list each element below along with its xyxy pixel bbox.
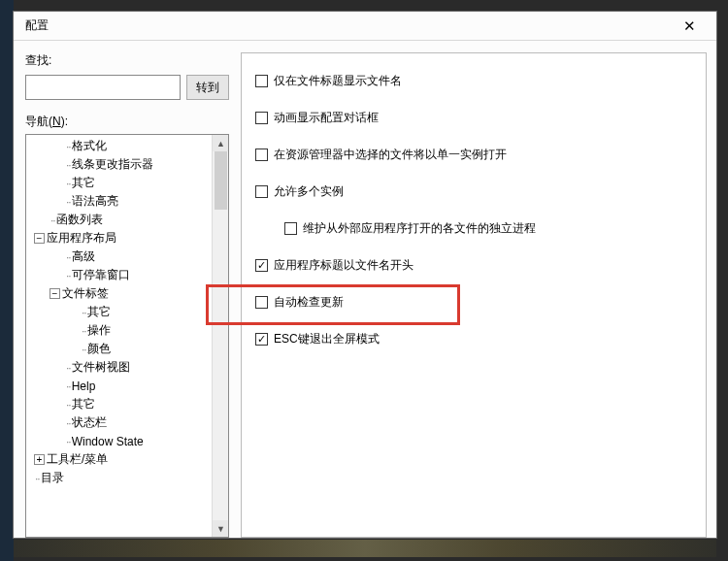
tree-guide-icon: ·· xyxy=(66,158,71,172)
option-allow_multi_instance: 允许多个实例 xyxy=(255,182,692,201)
tree-item-label: 格式化 xyxy=(72,138,107,154)
tree-guide-icon: ·· xyxy=(66,140,71,153)
goto-button[interactable]: 转到 xyxy=(186,75,229,100)
tree-guide-icon: ·· xyxy=(82,324,86,338)
option-label[interactable]: 允许多个实例 xyxy=(274,183,344,200)
tree-guide-icon: ·· xyxy=(82,306,86,319)
tree-item-label: 目录 xyxy=(41,470,64,486)
tree-item[interactable]: ··格式化 xyxy=(26,137,212,155)
tree-item[interactable]: ··颜色 xyxy=(26,340,212,358)
scrollbar[interactable]: ▲ ▼ xyxy=(212,135,228,537)
tree-item-label: 函数列表 xyxy=(56,212,103,228)
tree-item-label: 文件标签 xyxy=(62,285,109,302)
chevron-down-icon: ▼ xyxy=(216,524,225,534)
tree-guide-icon: ·· xyxy=(66,380,71,393)
close-button[interactable]: ✕ xyxy=(670,13,709,40)
tree-item-label: 应用程序布局 xyxy=(47,230,116,247)
tree-guide-icon: ·· xyxy=(66,250,71,264)
tree-item[interactable]: ··状态栏 xyxy=(26,413,212,432)
nav-tree: ··格式化··线条更改指示器··其它··语法高亮··函数列表−应用程序布局··高… xyxy=(25,134,229,538)
tree-item-label: 工具栏/菜单 xyxy=(47,451,108,468)
titlebar: 配置 ✕ xyxy=(14,12,716,41)
checkbox-animate_config_dialog[interactable] xyxy=(255,112,268,124)
tree-item-label: 状态栏 xyxy=(72,414,107,431)
option-esc_exit_fullscreen: ESC键退出全屏模式 xyxy=(255,329,692,348)
tree-guide-icon: ·· xyxy=(66,195,71,209)
tree-item-label: 文件树视图 xyxy=(72,359,130,376)
option-label[interactable]: 应用程序标题以文件名开头 xyxy=(274,257,414,274)
checkbox-app_title_prefix_filename[interactable] xyxy=(255,259,268,272)
config-dialog: 配置 ✕ 查找: 转到 导航(N): ··格式化··线条更改指示器··其它··语… xyxy=(14,12,716,538)
option-only_filename_in_title: 仅在文件标题显示文件名 xyxy=(255,71,692,90)
scroll-thumb[interactable] xyxy=(215,151,227,210)
find-input[interactable] xyxy=(25,75,181,100)
checkbox-single_instance_explorer[interactable] xyxy=(255,148,268,161)
tree-item[interactable]: +工具栏/菜单 xyxy=(26,450,212,469)
tree-item[interactable]: ··其它 xyxy=(26,395,212,413)
tree-guide-icon: ·· xyxy=(50,214,55,227)
checkbox-only_filename_in_title[interactable] xyxy=(255,75,268,87)
tree-item[interactable]: ··其它 xyxy=(26,174,212,192)
option-animate_config_dialog: 动画显示配置对话框 xyxy=(255,108,692,127)
scroll-up-button[interactable]: ▲ xyxy=(213,135,229,151)
tree-item[interactable]: ··其它 xyxy=(26,303,212,321)
app-left-strip xyxy=(0,0,14,561)
tree-item[interactable]: ··文件树视图 xyxy=(26,358,212,377)
option-single_instance_explorer: 在资源管理器中选择的文件将以单一实例打开 xyxy=(255,145,692,164)
tree-item-label: 其它 xyxy=(87,304,111,320)
tree-item-label: 颜色 xyxy=(87,341,111,357)
close-icon: ✕ xyxy=(683,17,696,35)
option-label[interactable]: ESC键退出全屏模式 xyxy=(274,331,380,347)
tree-guide-icon: ·· xyxy=(66,435,71,448)
tree-item-label: Window State xyxy=(72,435,144,448)
checkbox-esc_exit_fullscreen[interactable] xyxy=(255,333,268,346)
option-app_title_prefix_filename: 应用程序标题以文件名开头 xyxy=(255,255,692,275)
tree-guide-icon: ·· xyxy=(66,416,71,430)
tree-guide-icon: ·· xyxy=(66,361,71,375)
checkbox-auto_check_update[interactable] xyxy=(255,296,268,309)
option-auto_check_update: 自动检查更新 xyxy=(255,292,692,312)
option-label[interactable]: 在资源管理器中选择的文件将以单一实例打开 xyxy=(274,147,507,163)
tree-item[interactable]: ··可停靠窗口 xyxy=(26,266,212,284)
tree-guide-icon: ·· xyxy=(66,269,71,282)
option-label[interactable]: 维护从外部应用程序打开的各文件的独立进程 xyxy=(303,220,536,237)
tree-item[interactable]: −应用程序布局 xyxy=(26,229,212,248)
tree-item[interactable]: ··目录 xyxy=(26,469,212,487)
tree-item-label: 语法高亮 xyxy=(72,193,118,210)
tree-item[interactable]: −文件标签 xyxy=(26,284,212,303)
tree-item-label: 其它 xyxy=(72,175,95,191)
find-label: 查找: xyxy=(25,52,51,69)
tree-item[interactable]: ··操作 xyxy=(26,321,212,340)
tree-item[interactable]: ··高级 xyxy=(26,248,212,266)
tree-item-label: 可停靠窗口 xyxy=(72,267,130,283)
tree-guide-icon: ·· xyxy=(82,343,86,356)
collapse-icon[interactable]: − xyxy=(34,233,45,244)
collapse-icon[interactable]: − xyxy=(50,288,60,299)
checkbox-allow_multi_instance[interactable] xyxy=(255,185,268,198)
option-label[interactable]: 自动检查更新 xyxy=(274,294,344,311)
checkbox-maintain_external_process[interactable] xyxy=(284,222,297,235)
tree-item-label: 操作 xyxy=(87,322,111,339)
window-title: 配置 xyxy=(25,17,670,34)
tree-item[interactable]: ··语法高亮 xyxy=(26,192,212,211)
tree-item-label: Help xyxy=(72,380,96,393)
expand-icon[interactable]: + xyxy=(34,454,45,465)
tree-guide-icon: ·· xyxy=(66,177,71,190)
option-maintain_external_process: 维护从外部应用程序打开的各文件的独立进程 xyxy=(284,218,692,238)
tree-guide-icon: ·· xyxy=(35,472,40,485)
tree-item[interactable]: ··Window State xyxy=(26,432,212,450)
chevron-up-icon: ▲ xyxy=(216,139,225,148)
option-label[interactable]: 仅在文件标题显示文件名 xyxy=(274,73,402,89)
tree-guide-icon: ·· xyxy=(66,398,71,412)
tree-item[interactable]: ··Help xyxy=(26,377,212,395)
tree-item-label: 其它 xyxy=(72,396,95,412)
tree-item-label: 线条更改指示器 xyxy=(72,156,153,173)
decorative-glow xyxy=(14,540,716,557)
scroll-down-button[interactable]: ▼ xyxy=(213,520,229,537)
tree-item-label: 高级 xyxy=(72,248,95,265)
option-label[interactable]: 动画显示配置对话框 xyxy=(274,110,379,126)
tree-item[interactable]: ··函数列表 xyxy=(26,211,212,229)
tree-item[interactable]: ··线条更改指示器 xyxy=(26,155,212,174)
nav-label: 导航(N): xyxy=(25,114,229,130)
options-panel: 仅在文件标题显示文件名动画显示配置对话框在资源管理器中选择的文件将以单一实例打开… xyxy=(241,52,707,538)
